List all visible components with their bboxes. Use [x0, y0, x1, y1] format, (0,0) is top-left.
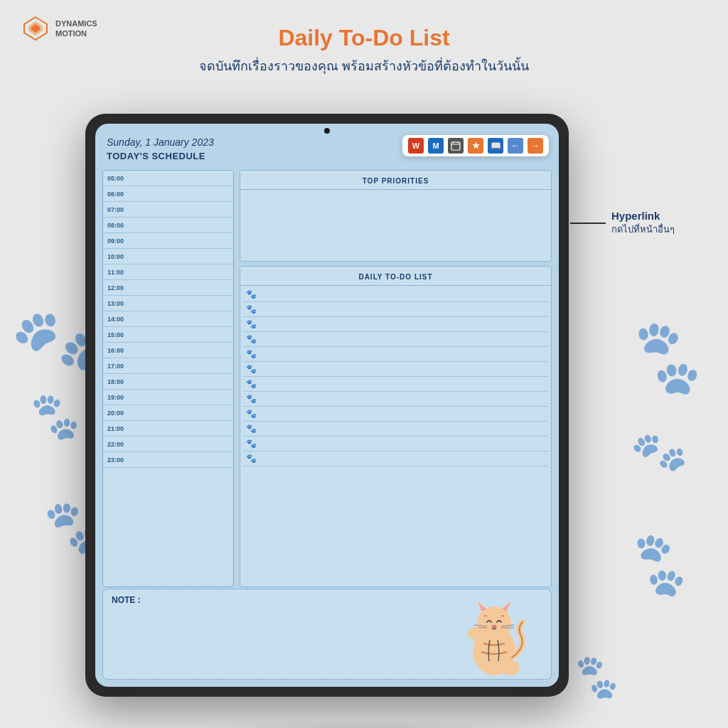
todo-box: DAILY TO-DO LIST 🐾 🐾 🐾 🐾 🐾 🐾 🐾 🐾 🐾 🐾 [240, 266, 552, 587]
time-row: 20:00 [103, 405, 233, 421]
time-row: 15:00 [103, 327, 233, 343]
paw-icon: 🐾 [246, 334, 257, 344]
priorities-box: TOP PRIORITIES [240, 170, 552, 262]
hyperlink-annotation: Hyperlink กดไปที่หน้าอื่นๆ [570, 210, 675, 237]
todo-item[interactable]: 🐾 [243, 377, 548, 392]
time-row: 06:00 [103, 186, 233, 202]
time-row: 18:00 [103, 374, 233, 390]
paw-icon: 🐾 [246, 379, 257, 389]
todo-item[interactable]: 🐾 [243, 302, 548, 317]
time-row: 23:00 [103, 452, 233, 468]
todo-header: DAILY TO-DO LIST [240, 267, 551, 286]
date-display: Sunday, 1 January 2023 [107, 136, 214, 148]
time-row: 12:00 [103, 280, 233, 296]
todo-header-text: DAILY TO-DO LIST [358, 273, 432, 281]
toolbar: W M ★ 📖 ← → [402, 135, 549, 156]
todo-item[interactable]: 🐾 [243, 407, 548, 422]
paw-icon: 🐾 [246, 439, 257, 449]
time-row: 07:00 [103, 202, 233, 218]
todo-item[interactable]: 🐾 [243, 317, 548, 332]
todo-item[interactable]: 🐾 [243, 332, 548, 347]
paw-icon: 🐾 [246, 409, 257, 419]
schedule-section-title: TODAY'S SCHEDULE [107, 151, 214, 161]
tablet-reflection [186, 721, 542, 728]
paw-icon: 🐾 [246, 394, 257, 404]
time-row: 10:00 [103, 249, 233, 264]
paw-icon: 🐾 [246, 454, 257, 464]
time-row: 05:00 [103, 171, 233, 186]
hyperlink-label: Hyperlink [611, 210, 675, 222]
camera-dot [324, 128, 330, 134]
todo-item[interactable]: 🐾 [243, 287, 548, 302]
time-row: 19:00 [103, 390, 233, 405]
main-title: Daily To-Do List [0, 25, 728, 51]
right-column: TOP PRIORITIES DAILY TO-DO LIST 🐾 🐾 🐾 🐾 … [240, 170, 552, 587]
time-row: 13:00 [103, 296, 233, 311]
todo-content: 🐾 🐾 🐾 🐾 🐾 🐾 🐾 🐾 🐾 🐾 🐾 🐾 [240, 286, 551, 468]
toolbar-back-button[interactable]: ← [508, 138, 523, 154]
time-row: 14:00 [103, 311, 233, 327]
priorities-header-text: TOP PRIORITIES [363, 177, 429, 185]
paw-icon: 🐾 [246, 289, 257, 299]
hyperlink-sublabel: กดไปที่หน้าอื่นๆ [611, 222, 675, 237]
toolbar-book-button[interactable]: 📖 [488, 138, 503, 154]
time-row: 16:00 [103, 343, 233, 358]
priorities-header: TOP PRIORITIES [240, 171, 551, 190]
paw-icon: 🐾 [246, 319, 257, 329]
toolbar-w-button[interactable]: W [408, 138, 424, 154]
todo-item[interactable]: 🐾 [243, 451, 548, 466]
todo-item[interactable]: 🐾 [243, 347, 548, 362]
toolbar-calendar-button[interactable] [448, 138, 464, 154]
content-area: 05:00 06:00 07:00 08:00 09:00 10:00 [102, 170, 552, 587]
todo-item[interactable]: 🐾 [243, 437, 548, 451]
paw-icon: 🐾 [246, 304, 257, 314]
time-row: 21:00 [103, 421, 233, 437]
tablet: W M ★ 📖 ← → Sunday, 1 January 2023 TODAY… [85, 114, 569, 697]
toolbar-m-button[interactable]: M [428, 138, 444, 154]
time-row: 17:00 [103, 358, 233, 374]
priorities-content[interactable] [240, 190, 551, 261]
todo-item[interactable]: 🐾 [243, 392, 548, 407]
time-row: 11:00 [103, 264, 233, 280]
paw-icon: 🐾 [246, 364, 257, 374]
todo-item[interactable]: 🐾 [243, 362, 548, 377]
svg-rect-3 [451, 142, 460, 150]
svg-point-13 [492, 625, 496, 628]
toolbar-star-button[interactable]: ★ [468, 138, 483, 154]
time-row: 09:00 [103, 233, 233, 249]
tablet-screen: W M ★ 📖 ← → Sunday, 1 January 2023 TODAY… [95, 124, 559, 687]
time-row: 08:00 [103, 218, 233, 233]
schedule-column: 05:00 06:00 07:00 08:00 09:00 10:00 [102, 170, 234, 587]
subtitle: จดบันทึกเรื่องราวของคุณ พร้อมสร้างหัวข้อ… [0, 55, 728, 76]
date-section: Sunday, 1 January 2023 TODAY'S SCHEDULE [107, 136, 214, 161]
paw-icon: 🐾 [246, 424, 257, 434]
cat-illustration [459, 589, 530, 679]
note-section[interactable]: NOTE : [102, 589, 552, 680]
paw-icon: 🐾 [246, 349, 257, 359]
svg-point-23 [512, 662, 519, 668]
page-header: Daily To-Do List จดบันทึกเรื่องราวของคุณ… [0, 14, 728, 76]
todo-item[interactable]: 🐾 [243, 422, 548, 437]
time-row: 22:00 [103, 437, 233, 452]
toolbar-forward-button[interactable]: → [528, 138, 543, 154]
